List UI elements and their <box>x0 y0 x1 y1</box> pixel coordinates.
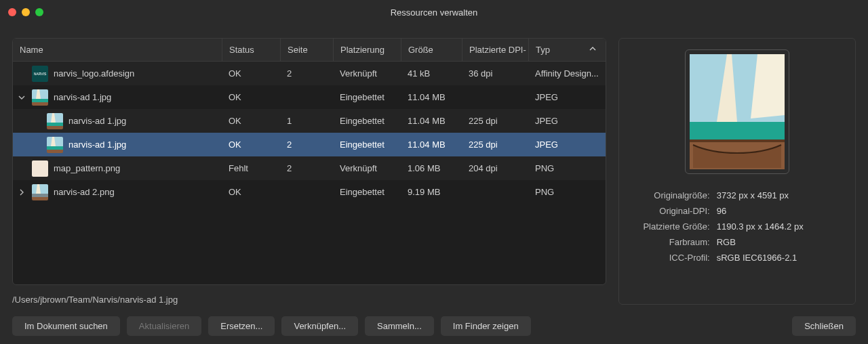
cell-typ: Affinity Design... <box>528 68 606 79</box>
table-row[interactable]: narvis-ad 1.jpgOK1Eingebettet11.04 MB225… <box>13 109 606 133</box>
svg-rect-13 <box>32 194 48 197</box>
close-window-icon[interactable] <box>8 8 16 16</box>
cell-groesse: 11.04 MB <box>401 92 462 102</box>
svg-rect-3 <box>32 99 48 102</box>
table-row[interactable]: map_pattern.pngFehlt2Verknüpft1.06 MB204… <box>13 156 606 180</box>
column-dpi[interactable]: Platzierte DPI- <box>462 39 528 61</box>
file-name: narvis-ad 1.jpg <box>68 116 126 126</box>
cell-groesse: 1.06 MB <box>401 163 462 173</box>
disclosure-icon <box>17 164 26 173</box>
traffic-lights[interactable] <box>8 8 43 16</box>
cell-platzierung: Eingebettet <box>333 187 401 197</box>
svg-text:NARVIS: NARVIS <box>34 72 47 76</box>
disclosure-icon <box>32 140 41 150</box>
search-in-document-button[interactable]: Im Dokument suchen <box>12 316 120 336</box>
meta-value-original-dpi: 96 <box>717 206 726 216</box>
svg-rect-4 <box>32 102 48 106</box>
meta-label-placed-size: Platzierte Größe: <box>629 221 717 232</box>
column-typ[interactable]: Typ <box>528 39 606 61</box>
cell-status: Fehlt <box>222 163 280 173</box>
table-row[interactable]: NARVISnarvis_logo.afdesignOK2Verknüpft41… <box>13 62 606 85</box>
file-name: narvis-ad 1.jpg <box>54 92 111 102</box>
thumbnail-icon <box>32 184 48 200</box>
cell-platzierung: Eingebettet <box>333 116 401 126</box>
close-button[interactable]: Schließen <box>792 316 856 336</box>
detail-panel: Originalgröße: 3732 px x 4591 px Origina… <box>618 38 856 305</box>
svg-rect-11 <box>32 160 48 177</box>
link-button[interactable]: Verknüpfen... <box>281 316 358 336</box>
thumbnail-icon <box>47 113 63 129</box>
disclosure-icon[interactable] <box>17 93 26 102</box>
table-row[interactable]: narvis-ad 2.pngOKEingebettet9.19 MBPNG <box>13 180 606 204</box>
collect-button[interactable]: Sammeln... <box>365 316 434 336</box>
svg-rect-16 <box>690 122 785 142</box>
disclosure-icon <box>17 69 26 79</box>
cell-status: OK <box>222 92 280 102</box>
thumbnail-icon <box>32 89 48 106</box>
svg-rect-10 <box>47 150 63 153</box>
resource-table: Name Status Seite Platzierung Größe Plat… <box>12 38 606 285</box>
meta-value-colorspace: RGB <box>717 237 736 247</box>
cell-status: OK <box>222 116 280 126</box>
cell-dpi: 204 dpi <box>462 163 528 173</box>
cell-seite: 2 <box>280 68 333 79</box>
svg-rect-7 <box>47 126 63 129</box>
meta-label-original-size: Originalgröße: <box>629 190 717 200</box>
cell-groesse: 9.19 MB <box>401 187 462 197</box>
cell-seite: 2 <box>280 139 333 150</box>
thumbnail-icon: NARVIS <box>32 66 48 82</box>
svg-rect-9 <box>47 146 63 150</box>
cell-status: OK <box>222 68 280 79</box>
file-name: narvis-ad 2.png <box>54 187 115 197</box>
file-path: /Users/jbrown/Team/Narvis/narvis-ad 1.jp… <box>12 295 606 305</box>
replace-button[interactable]: Ersetzen... <box>208 316 275 336</box>
table-header: Name Status Seite Platzierung Größe Plat… <box>13 39 606 62</box>
file-name: narvis-ad 1.jpg <box>68 139 126 150</box>
cell-dpi: 36 dpi <box>462 68 528 79</box>
cell-typ: PNG <box>528 163 606 173</box>
column-groesse[interactable]: Größe <box>401 39 462 61</box>
column-seite[interactable]: Seite <box>280 39 333 61</box>
meta-value-icc: sRGB IEC61966-2.1 <box>717 253 797 263</box>
cell-platzierung: Verknüpft <box>333 163 401 173</box>
thumbnail-icon <box>32 160 48 177</box>
file-name: map_pattern.png <box>54 163 120 173</box>
cell-status: OK <box>222 139 280 150</box>
cell-dpi: 225 dpi <box>462 116 528 126</box>
file-name: narvis_logo.afdesign <box>54 68 134 79</box>
meta-label-original-dpi: Original-DPI: <box>629 206 717 216</box>
cell-typ: JPEG <box>528 116 606 126</box>
column-status[interactable]: Status <box>222 39 280 61</box>
cell-platzierung: Verknüpft <box>333 68 401 79</box>
table-body: NARVISnarvis_logo.afdesignOK2Verknüpft41… <box>13 62 606 284</box>
meta-value-placed-size: 1190.3 px x 1464.2 px <box>717 221 804 232</box>
update-button[interactable]: Aktualisieren <box>127 316 201 336</box>
cell-status: OK <box>222 187 280 197</box>
window-title: Ressourcen verwalten <box>0 7 868 18</box>
table-row[interactable]: narvis-ad 1.jpgOK2Eingebettet11.04 MB225… <box>13 133 606 156</box>
cell-seite: 2 <box>280 163 333 173</box>
meta-value-original-size: 3732 px x 4591 px <box>717 190 789 200</box>
zoom-window-icon[interactable] <box>35 8 43 16</box>
show-in-finder-button[interactable]: Im Finder zeigen <box>441 316 531 336</box>
disclosure-icon <box>32 116 41 126</box>
cell-typ: PNG <box>528 187 606 197</box>
meta-label-icc: ICC-Profil: <box>629 253 717 263</box>
minimize-window-icon[interactable] <box>22 8 30 16</box>
cell-seite: 1 <box>280 116 333 126</box>
preview-thumbnail <box>685 49 789 174</box>
cell-groesse: 41 kB <box>401 68 462 79</box>
column-platzierung[interactable]: Platzierung <box>333 39 401 61</box>
cell-groesse: 11.04 MB <box>401 139 462 150</box>
cell-typ: JPEG <box>528 139 606 150</box>
column-name[interactable]: Name <box>13 39 222 61</box>
meta-label-colorspace: Farbraum: <box>629 237 717 247</box>
column-typ-label: Typ <box>536 45 550 55</box>
svg-rect-14 <box>32 197 48 200</box>
cell-dpi: 225 dpi <box>462 139 528 150</box>
svg-rect-6 <box>47 123 63 126</box>
disclosure-icon[interactable] <box>17 188 26 197</box>
table-row[interactable]: narvis-ad 1.jpgOKEingebettet11.04 MBJPEG <box>13 85 606 109</box>
cell-groesse: 11.04 MB <box>401 116 462 126</box>
preview-image-icon <box>690 54 785 169</box>
